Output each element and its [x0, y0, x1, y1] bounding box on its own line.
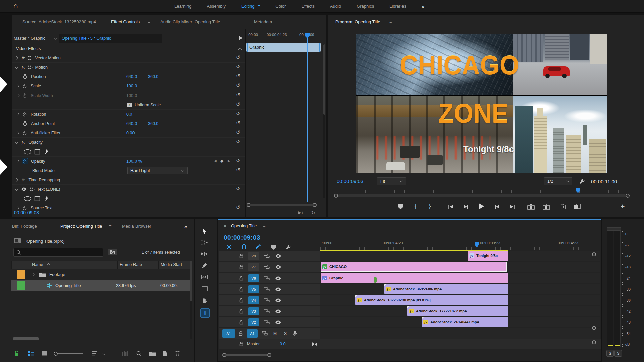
- lift-button[interactable]: [527, 204, 535, 210]
- tab-project[interactable]: Project: Opening Title: [60, 224, 102, 229]
- effect-controls-timecode[interactable]: 00:00:09:03: [14, 210, 39, 215]
- extract-button[interactable]: [543, 204, 550, 210]
- workspace-libraries[interactable]: Libraries: [389, 4, 406, 9]
- mute-button[interactable]: M: [273, 331, 277, 336]
- toggle-track-output-eye-icon[interactable]: [275, 309, 281, 313]
- voiceover-mic-icon[interactable]: [293, 331, 297, 336]
- step-back-button[interactable]: [464, 204, 469, 209]
- source-track-a1[interactable]: A1: [222, 329, 235, 338]
- vscroll-knob[interactable]: [592, 340, 596, 344]
- reset-icon[interactable]: ↺: [236, 83, 240, 88]
- reset-icon[interactable]: ↺: [236, 55, 240, 60]
- step-forward-button[interactable]: [494, 204, 499, 209]
- reset-icon[interactable]: ↺: [236, 111, 240, 116]
- workspace-menu-icon[interactable]: ≡: [258, 4, 260, 9]
- mark-out-button[interactable]: }: [429, 202, 431, 210]
- twirl-icon[interactable]: [15, 178, 18, 182]
- export-frame-button[interactable]: [559, 204, 566, 209]
- toggle-track-output-eye-icon[interactable]: [275, 276, 281, 280]
- timeline-hscrollbar[interactable]: [226, 354, 267, 356]
- sync-lock-icon[interactable]: [264, 254, 270, 258]
- toggle-effects-icon[interactable]: ↻: [311, 210, 315, 215]
- clip-adobestock-26140447[interactable]: fx AdobeStock_26140447.mp4: [422, 317, 508, 327]
- twirl-icon[interactable]: [16, 113, 20, 116]
- tab-sequence[interactable]: Opening Title: [231, 223, 257, 228]
- position-x-value[interactable]: 640.0: [126, 74, 137, 79]
- clip-marker-green[interactable]: [374, 277, 377, 283]
- workspace-overflow-icon[interactable]: »: [422, 3, 424, 9]
- position-y-value[interactable]: 360.0: [148, 74, 158, 79]
- stopwatch-icon[interactable]: [22, 130, 27, 135]
- tab-metadata[interactable]: Metadata: [254, 19, 272, 24]
- ellipse-mask-icon[interactable]: [23, 196, 32, 201]
- timeline-menu-icon[interactable]: ≡: [263, 223, 266, 228]
- lock-icon[interactable]: [239, 342, 244, 346]
- solo-left-button[interactable]: S: [606, 350, 614, 357]
- rectangle-tool[interactable]: [202, 286, 208, 291]
- type-tool[interactable]: T: [200, 308, 210, 318]
- timeline-tab-close-icon[interactable]: ×: [224, 223, 226, 229]
- twirl-icon[interactable]: [16, 84, 20, 88]
- playback-resolution-dropdown[interactable]: 1/2: [544, 177, 572, 185]
- reset-icon[interactable]: ↺: [236, 92, 240, 97]
- button-editor-plus[interactable]: +: [621, 202, 625, 210]
- clip-graphic[interactable]: fx Graphic: [321, 273, 508, 283]
- h-scrollbar[interactable]: [250, 204, 313, 206]
- toggle-track-output-eye-icon[interactable]: [275, 265, 281, 269]
- workspace-effects[interactable]: Effects: [301, 4, 315, 9]
- sequence-clip-label[interactable]: Opening Title - 5 * Graphic: [62, 36, 111, 41]
- prev-keyframe-icon[interactable]: ◀: [214, 159, 217, 163]
- linked-selection-icon[interactable]: [255, 244, 262, 250]
- sort-options-caret-icon[interactable]: [102, 352, 106, 356]
- twirl-icon[interactable]: [16, 94, 20, 97]
- program-current-time[interactable]: 00:00:09:03: [337, 178, 363, 184]
- slip-tool[interactable]: [201, 275, 208, 280]
- program-time-ruler[interactable]: [336, 190, 627, 193]
- anti-flicker-value[interactable]: 0.00: [126, 131, 135, 135]
- play-audio-preview-icon[interactable]: ▶♪: [298, 210, 304, 215]
- label-swatch-orange[interactable]: [17, 270, 25, 279]
- reset-icon[interactable]: ↺: [236, 205, 240, 210]
- project-hscrollbar[interactable]: [13, 337, 39, 340]
- go-to-in-button[interactable]: [447, 204, 453, 209]
- twirl-icon[interactable]: [15, 141, 18, 144]
- tab-source-monitor[interactable]: Source: AdobeStock_132259280.mp4: [22, 19, 96, 24]
- track-label-v8[interactable]: V8: [248, 252, 259, 260]
- anchor-x-value[interactable]: 640.0: [126, 121, 137, 126]
- stopwatch-icon[interactable]: [22, 112, 27, 117]
- track-label-v6[interactable]: V6: [248, 274, 259, 282]
- new-bin-icon[interactable]: [149, 351, 156, 356]
- lock-icon[interactable]: [239, 254, 244, 258]
- settings-wrench-icon[interactable]: [579, 178, 585, 184]
- track-lane-a1[interactable]: [320, 328, 600, 339]
- blend-mode-dropdown[interactable]: Hard Light: [127, 167, 188, 174]
- program-menu-icon[interactable]: ≡: [389, 19, 392, 24]
- timeline-settings-wrench-icon[interactable]: [285, 244, 291, 250]
- chevron-down-icon[interactable]: [54, 36, 57, 40]
- reset-icon[interactable]: ↺: [236, 167, 240, 172]
- list-item-opening-title[interactable]: Opening Title 23.976 fps 00:00:00:: [11, 280, 190, 291]
- vscroll-knob[interactable]: [592, 326, 596, 330]
- project-writable-lock-icon[interactable]: [14, 351, 19, 356]
- tab-program-monitor[interactable]: Program: Opening Title: [335, 19, 380, 24]
- h-scroll-right-handle[interactable]: [313, 203, 317, 207]
- uniform-scale-checkbox[interactable]: ✓: [127, 103, 132, 107]
- master-clip-label[interactable]: Master * Graphic: [14, 36, 45, 41]
- stopwatch-icon[interactable]: [23, 74, 28, 79]
- column-name[interactable]: Name: [32, 262, 43, 267]
- tab-effect-controls[interactable]: Effect Controls: [111, 19, 140, 24]
- timeline-hscroll-right-handle[interactable]: [267, 353, 271, 357]
- project-breadcrumb[interactable]: Opening Title.prproj: [26, 239, 64, 244]
- project-tab-overflow-icon[interactable]: »: [184, 223, 187, 229]
- ripple-edit-tool[interactable]: [201, 251, 208, 256]
- sort-options-icon[interactable]: [92, 351, 97, 356]
- timeline-ruler[interactable]: :00:00 00:00:04:23 00:00:09:23 00:00:14:…: [320, 238, 600, 250]
- twirl-icon[interactable]: [16, 206, 20, 210]
- clip-adobestock-132259280[interactable]: fx AdobeStock_132259280.mp4 [89.81%]: [355, 295, 508, 305]
- timeline-playhead-line[interactable]: [477, 247, 477, 350]
- toggle-track-output-eye-icon[interactable]: [275, 298, 281, 302]
- clip-adobestock-36959386[interactable]: fx AdobeStock_36959386.mp4: [384, 284, 508, 294]
- ellipse-mask-icon[interactable]: [23, 149, 32, 155]
- pen-mask-icon[interactable]: [43, 149, 49, 155]
- opacity-value[interactable]: 100.0 %: [126, 159, 142, 164]
